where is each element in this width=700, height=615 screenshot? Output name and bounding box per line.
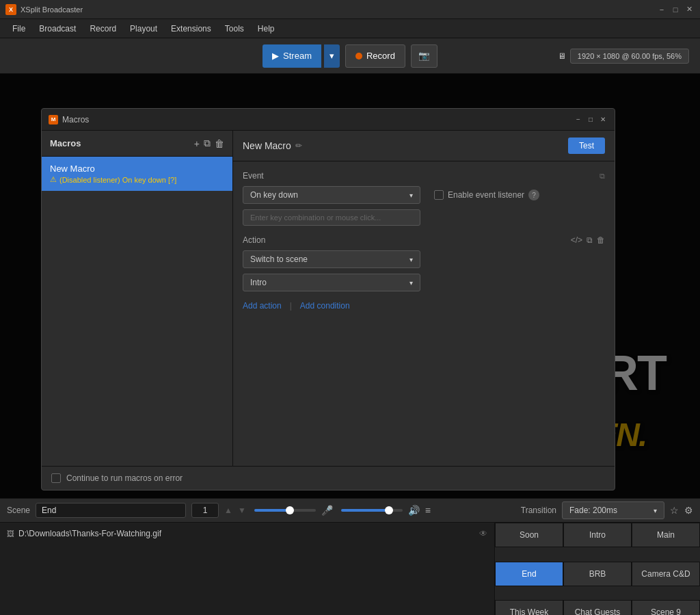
counter-arrow-up[interactable]: ▲	[224, 506, 232, 515]
action-header: Action </> ⧉ 🗑	[243, 235, 605, 245]
action-scene-dropdown[interactable]: Intro ▾	[243, 274, 420, 291]
master-slider[interactable]	[341, 509, 403, 512]
record-button[interactable]: Record	[345, 44, 405, 68]
scene-button-scene9[interactable]: Scene 9	[632, 600, 700, 615]
mixer-icon[interactable]: ≡	[425, 505, 431, 516]
minimize-button[interactable]: −	[656, 4, 667, 15]
scene-button-main[interactable]: Main	[632, 523, 700, 547]
delete-macro-button[interactable]: 🗑	[215, 138, 224, 149]
stream-button[interactable]: ▶ Stream	[262, 44, 321, 68]
stream-dropdown-button[interactable]: ▾	[324, 44, 340, 68]
record-dot-icon	[355, 53, 362, 60]
menu-file[interactable]: File	[5, 21, 32, 36]
macros-panel-title: Macros	[50, 138, 81, 148]
add-condition-link[interactable]: Add condition	[300, 301, 350, 311]
event-copy-icon[interactable]: ⧉	[600, 172, 605, 181]
dialog-title: Macros	[62, 115, 574, 125]
continue-on-error-label: Continue to run macros on error	[66, 473, 183, 483]
delete-action-icon[interactable]: 🗑	[597, 235, 605, 245]
add-row: Add action | Add condition	[243, 301, 605, 311]
scene-button-thisweek[interactable]: This Week	[495, 600, 563, 615]
macro-item[interactable]: New Macro ⚠ (Disabled listener) On key d…	[42, 157, 232, 191]
dialog-restore-button[interactable]: □	[586, 115, 595, 125]
mute-icon[interactable]: 🔊	[408, 505, 420, 516]
macros-dialog: M Macros − □ ✕ Macros + ⧉	[41, 108, 615, 490]
scene-buttons-panel: Soon Intro Main End BRB Camera C&D This …	[495, 523, 700, 615]
source-panel: 🖼 D:\Downloads\Thanks-For-Watching.gif 👁…	[0, 523, 495, 615]
chevron-down-icon: ▾	[654, 507, 657, 514]
test-button[interactable]: Test	[568, 138, 605, 154]
volume-thumb[interactable]	[286, 506, 294, 514]
action-type-dropdown[interactable]: Switch to scene ▾	[243, 250, 420, 268]
app-title: XSplit Broadcaster	[21, 5, 656, 14]
event-row: On key down ▾ Enable event listener ?	[243, 186, 605, 204]
scene-button-soon[interactable]: Soon	[495, 523, 563, 547]
source-content: 🖼 D:\Downloads\Thanks-For-Watching.gif 👁	[0, 523, 494, 615]
edit-macro-name-icon[interactable]: ✏	[295, 141, 302, 151]
add-macro-button[interactable]: +	[194, 138, 200, 149]
menu-broadcast[interactable]: Broadcast	[32, 21, 83, 36]
dialog-close-button[interactable]: ✕	[598, 115, 608, 125]
macros-left-panel: Macros + ⧉ 🗑 New Macro ⚠ (Disabled	[42, 131, 233, 466]
scene-button-intro[interactable]: Intro	[563, 523, 632, 547]
key-combination-input[interactable]: Enter key combination or mouse click...	[243, 209, 420, 226]
transition-label: Transition	[521, 506, 556, 515]
continue-on-error-checkbox[interactable]	[51, 473, 61, 483]
enable-listener-checkbox[interactable]	[434, 190, 444, 200]
source-visibility-icon[interactable]: 👁	[479, 529, 487, 538]
scene-button-camera[interactable]: Camera C&D	[632, 562, 700, 586]
dialog-minimize-button[interactable]: −	[574, 115, 583, 125]
volume-slider[interactable]	[254, 509, 316, 512]
source-item[interactable]: 🖼 D:\Downloads\Thanks-For-Watching.gif 👁	[4, 527, 490, 540]
play-icon: ▶	[272, 51, 279, 61]
scene-button-brb[interactable]: BRB	[563, 562, 632, 586]
event-section-label: Event ⧉	[243, 171, 605, 181]
master-volume-control	[341, 509, 403, 512]
right-panel-header: New Macro ✏ Test	[233, 131, 615, 161]
copy-action-icon[interactable]: ⧉	[587, 235, 593, 245]
menu-extensions[interactable]: Extensions	[164, 21, 218, 36]
macros-panel-actions: + ⧉ 🗑	[194, 138, 224, 149]
dialog-controls: − □ ✕	[574, 115, 608, 125]
scene-name-input[interactable]	[36, 503, 186, 518]
enable-listener: Enable event listener ?	[434, 189, 539, 200]
add-action-link[interactable]: Add action	[243, 301, 282, 311]
macro-name-display: New Macro ✏	[243, 140, 302, 151]
action-section: Action </> ⧉ 🗑 Switch to	[243, 235, 605, 291]
help-icon[interactable]: ?	[528, 189, 539, 200]
add-separator: |	[290, 301, 292, 311]
chevron-down-icon: ▾	[409, 192, 413, 199]
scene-counter-input[interactable]	[191, 503, 219, 518]
restore-button[interactable]: □	[670, 4, 681, 15]
transition-dropdown[interactable]: Fade: 200ms ▾	[562, 501, 664, 519]
chevron-down-icon: ▾	[409, 279, 413, 287]
scene-bar: Scene ▲ ▼ 🎤 🔊 ≡ Transition Fade: 200ms ▾…	[0, 498, 700, 523]
copy-macro-button[interactable]: ⧉	[204, 138, 211, 149]
menu-playout[interactable]: Playout	[123, 21, 164, 36]
close-button[interactable]: ✕	[684, 4, 695, 15]
event-type-dropdown[interactable]: On key down ▾	[243, 186, 420, 204]
macros-right-panel: New Macro ✏ Test Event ⧉ O	[233, 131, 615, 466]
menu-tools[interactable]: Tools	[218, 21, 251, 36]
resolution-button[interactable]: 1920 × 1080 @ 60.00 fps, 56%	[570, 49, 689, 64]
master-thumb[interactable]	[385, 506, 393, 514]
dialog-title-bar: M Macros − □ ✕	[42, 109, 615, 131]
scene-button-chatguests[interactable]: Chat Guests	[563, 600, 632, 615]
menu-record[interactable]: Record	[83, 21, 123, 36]
star-icon[interactable]: ☆	[670, 505, 679, 516]
toolbar-right: 🖥 1920 × 1080 @ 60.00 fps, 56%	[558, 49, 689, 64]
dialog-icon: M	[49, 115, 58, 125]
display-icon: 🖥	[558, 51, 566, 61]
scene-button-end[interactable]: End	[495, 562, 563, 586]
volume-control	[254, 509, 316, 512]
code-icon[interactable]: </>	[571, 235, 582, 245]
preview-area: ERTGEN. M Macros − □ ✕ Macros	[0, 74, 700, 498]
menu-help[interactable]: Help	[251, 21, 282, 36]
dialog-footer: Continue to run macros on error	[42, 466, 615, 490]
gear-icon[interactable]: ⚙	[684, 505, 693, 516]
microphone-icon[interactable]: 🎤	[321, 505, 333, 516]
action-icons: </> ⧉ 🗑	[571, 235, 605, 245]
gif-icon: 🖼	[7, 529, 14, 538]
counter-arrow-down[interactable]: ▼	[238, 506, 246, 515]
screenshot-button[interactable]: 📷	[411, 44, 438, 68]
